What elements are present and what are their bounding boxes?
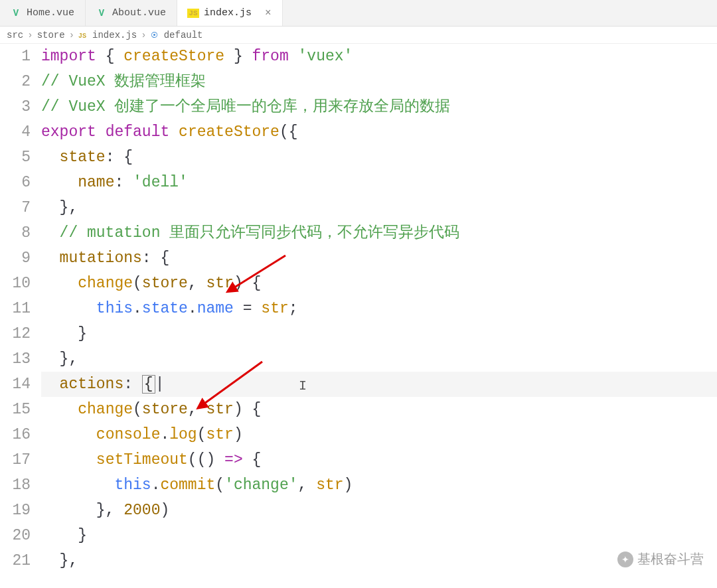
code-line[interactable]: setTimeout(() => {	[41, 447, 717, 473]
symbol-icon	[151, 30, 160, 40]
tab-label: About.vue	[112, 7, 166, 19]
close-icon[interactable]: ×	[265, 7, 272, 19]
code-line[interactable]: }	[41, 321, 717, 346]
code-line[interactable]: }	[41, 523, 717, 548]
code-line[interactable]: change(store, str) {	[41, 271, 717, 296]
breadcrumb-part[interactable]: src	[7, 30, 23, 40]
breadcrumb-part[interactable]: index.js	[92, 30, 137, 40]
chevron-right-icon: ›	[69, 30, 74, 40]
code-line[interactable]: console.log(str)	[41, 422, 717, 447]
line-numbers: 123456789101112131415161718192021	[0, 44, 41, 573]
code-line[interactable]: }, 2000)	[41, 498, 717, 523]
chevron-right-icon: ›	[141, 30, 146, 40]
code-line[interactable]: },	[41, 346, 717, 372]
breadcrumb-part[interactable]: default	[164, 30, 203, 40]
watermark-text: 基根奋斗营	[637, 550, 704, 568]
vue-icon	[96, 8, 107, 19]
code-line[interactable]: // mutation 里面只允许写同步代码，不允许写异步代码	[41, 220, 717, 246]
text-cursor-icon: I	[299, 378, 307, 394]
code-content[interactable]: import { createStore } from 'vuex'// Vue…	[41, 44, 717, 573]
code-editor[interactable]: 123456789101112131415161718192021 import…	[0, 44, 717, 573]
tab-home-vue[interactable]: Home.vue	[0, 0, 86, 26]
vue-icon	[11, 8, 21, 19]
breadcrumb: src › store › index.js › default	[0, 27, 717, 44]
code-line[interactable]: // VueX 数据管理框架	[41, 69, 717, 94]
code-line[interactable]: this.commit('change', str)	[41, 473, 717, 498]
code-line[interactable]: export default createStore({	[41, 119, 717, 145]
watermark: ✦ 基根奋斗营	[617, 550, 704, 568]
wechat-icon: ✦	[617, 551, 633, 567]
code-line[interactable]: change(store, str) {	[41, 397, 717, 422]
code-line[interactable]: name: 'dell'	[41, 170, 717, 195]
code-line[interactable]: },	[41, 548, 717, 573]
code-line[interactable]: },	[41, 195, 717, 220]
code-line[interactable]: import { createStore } from 'vuex'	[41, 44, 717, 69]
code-line[interactable]: state: {	[41, 145, 717, 170]
tab-about-vue[interactable]: About.vue	[86, 0, 177, 26]
js-icon	[78, 30, 88, 40]
chevron-right-icon: ›	[27, 30, 33, 40]
tabs-bar: Home.vue About.vue index.js ×	[0, 0, 717, 27]
code-line[interactable]: // VueX 创建了一个全局唯一的仓库，用来存放全局的数据	[41, 94, 717, 119]
code-line[interactable]: actions: {|	[41, 372, 717, 397]
js-icon	[188, 8, 199, 19]
tab-index-js[interactable]: index.js ×	[177, 0, 283, 26]
tab-label: index.js	[204, 7, 252, 19]
tab-label: Home.vue	[27, 7, 74, 19]
breadcrumb-part[interactable]: store	[37, 30, 65, 40]
code-line[interactable]: this.state.name = str;	[41, 296, 717, 321]
code-line[interactable]: mutations: {	[41, 246, 717, 271]
